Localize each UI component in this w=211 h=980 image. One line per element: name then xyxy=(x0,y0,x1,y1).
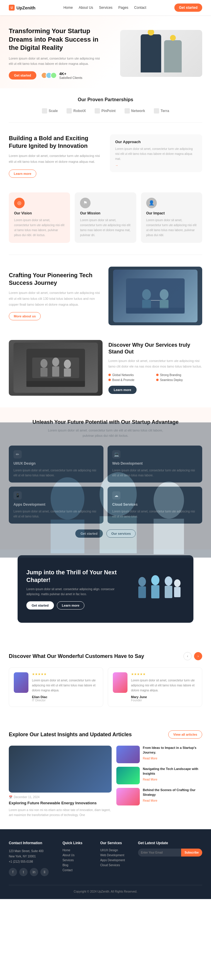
logo-text: UpZenith xyxy=(16,5,35,10)
svg-point-26 xyxy=(51,477,84,519)
nav-pages[interactable]: Pages xyxy=(118,6,129,10)
nav-links: Home About Us Services Pages Contact xyxy=(63,6,146,10)
svg-rect-27 xyxy=(51,519,84,553)
blog-grid: 📅 December 11, 2024 Exploring Future Ren… xyxy=(9,746,202,818)
logo-icon: U xyxy=(9,5,15,11)
svg-point-30 xyxy=(154,482,184,519)
blog-main-image xyxy=(9,746,112,792)
nav-contact[interactable]: Contact xyxy=(134,6,146,10)
logo[interactable]: U UpZenith xyxy=(9,5,35,11)
svg-point-28 xyxy=(100,472,137,516)
nav-services[interactable]: Services xyxy=(99,6,113,10)
nav-cta-button[interactable]: Get started xyxy=(175,3,202,12)
navbar: U UpZenith Home About Us Services Pages … xyxy=(0,0,211,15)
nav-home[interactable]: Home xyxy=(63,6,73,10)
blog-section: Explore Our Latest Insights and Updated … xyxy=(0,719,211,829)
blog-main-svg xyxy=(0,0,211,899)
nav-about[interactable]: About Us xyxy=(79,6,93,10)
blog-main-article: 📅 December 11, 2024 Exploring Future Ren… xyxy=(9,746,112,818)
svg-rect-31 xyxy=(154,519,184,554)
svg-rect-29 xyxy=(100,516,137,554)
